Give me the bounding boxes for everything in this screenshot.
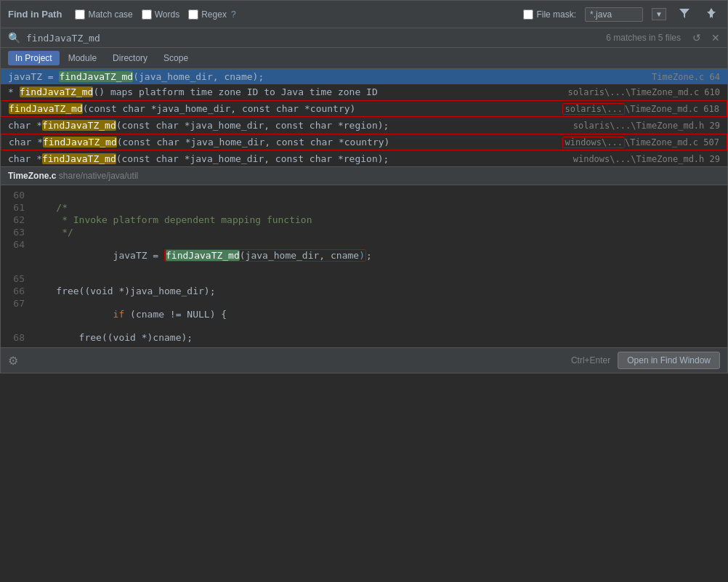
svg-marker-0 bbox=[679, 9, 689, 18]
line-number: 60 bbox=[1, 190, 33, 201]
result-match: findJavaTZ_md bbox=[42, 153, 116, 164]
search-icon: 🔍 bbox=[8, 32, 20, 44]
file-mask-input[interactable] bbox=[585, 7, 643, 22]
words-group[interactable]: Words bbox=[142, 9, 179, 20]
result-prefix: * bbox=[8, 86, 20, 97]
line-number: 67 bbox=[1, 298, 33, 309]
code-token: ) bbox=[359, 250, 365, 261]
line-content: */ bbox=[33, 227, 727, 238]
code-token: javaTZ = bbox=[90, 250, 164, 261]
match-case-group[interactable]: Match case bbox=[75, 9, 132, 20]
code-token: if bbox=[113, 309, 125, 320]
code-line: 65 bbox=[1, 272, 727, 285]
code-line-64: 64 javaTZ = findJavaTZ_md(java_home_dir,… bbox=[1, 238, 727, 272]
code-token: (cname != NULL) { bbox=[124, 309, 227, 320]
result-suffix: () maps platform time zone ID to Java ti… bbox=[93, 86, 377, 97]
tab-in-project[interactable]: In Project bbox=[8, 51, 60, 65]
file-mask-group[interactable]: File mask: bbox=[523, 9, 576, 20]
match-case-label: Match case bbox=[88, 9, 132, 20]
table-row[interactable]: javaTZ = findJavaTZ_md(java_home_dir, cn… bbox=[1, 69, 727, 84]
code-token bbox=[90, 309, 113, 320]
result-match: findJavaTZ_md bbox=[59, 71, 133, 82]
table-row[interactable]: findJavaTZ_md(const char *java_home_dir,… bbox=[1, 100, 727, 117]
result-content: javaTZ = findJavaTZ_md(java_home_dir, cn… bbox=[8, 71, 637, 82]
words-checkbox[interactable] bbox=[142, 9, 152, 20]
line-number: 65 bbox=[1, 273, 33, 284]
tab-scope[interactable]: Scope bbox=[156, 51, 195, 65]
result-content: * findJavaTZ_md() maps platform time zon… bbox=[8, 86, 553, 97]
settings-icon[interactable]: ⚙ bbox=[8, 354, 18, 368]
code-line: 67 if (cname != NULL) { bbox=[1, 297, 727, 331]
result-file: windows\...\TimeZone_md.h 29 bbox=[559, 154, 720, 164]
result-prefix: char * bbox=[9, 137, 43, 147]
code-token: (java_home_dir, cname bbox=[240, 250, 359, 261]
result-match: findJavaTZ_md bbox=[42, 120, 116, 131]
result-match: findJavaTZ_md bbox=[9, 103, 83, 114]
code-line: 63 */ bbox=[1, 226, 727, 238]
search-input[interactable] bbox=[26, 33, 600, 44]
table-row[interactable]: char *findJavaTZ_md(const char *java_hom… bbox=[1, 151, 727, 166]
result-match: findJavaTZ_md bbox=[20, 86, 94, 97]
file-mask-label: File mask: bbox=[536, 9, 576, 20]
header-bar: Find in Path Match case Words Regex ? Fi… bbox=[1, 1, 727, 28]
result-suffix: (const char *java_home_dir, const char *… bbox=[116, 153, 389, 164]
close-search-icon[interactable]: ✕ bbox=[711, 32, 720, 44]
result-suffix: (const char *java_home_dir, const char *… bbox=[116, 120, 389, 131]
result-file: solaris\...\TimeZone_md.c 610 bbox=[553, 87, 720, 97]
result-suffix: (java_home_dir, cname); bbox=[133, 71, 264, 82]
code-preview: TimeZone.c share/native/java/util 60 61 … bbox=[1, 166, 727, 347]
regex-checkbox[interactable] bbox=[188, 9, 198, 20]
result-match: findJavaTZ_md bbox=[43, 137, 117, 147]
table-row[interactable]: char *findJavaTZ_md(const char *java_hom… bbox=[1, 134, 727, 150]
result-content: char *findJavaTZ_md(const char *java_hom… bbox=[8, 153, 559, 164]
file-mask-checkbox[interactable] bbox=[523, 9, 533, 20]
regex-group[interactable]: Regex ? bbox=[188, 9, 235, 20]
result-prefix: javaTZ = bbox=[8, 71, 59, 82]
code-file-header: TimeZone.c share/native/java/util bbox=[1, 167, 727, 185]
code-match-outline: findJavaTZ_md(java_home_dir, cname) bbox=[164, 249, 366, 262]
line-content: javaTZ = findJavaTZ_md(java_home_dir, cn… bbox=[33, 239, 727, 272]
results-area: javaTZ = findJavaTZ_md(java_home_dir, cn… bbox=[1, 69, 727, 166]
line-content: free((void *)cname); bbox=[33, 332, 727, 343]
result-content: char *findJavaTZ_md(const char *java_hom… bbox=[9, 137, 548, 147]
result-content: findJavaTZ_md(const char *java_home_dir,… bbox=[9, 103, 548, 114]
line-content: free((void *)java_home_dir); bbox=[33, 286, 727, 296]
line-content: /* bbox=[33, 202, 727, 213]
table-row[interactable]: char *findJavaTZ_md(const char *java_hom… bbox=[1, 118, 727, 133]
match-count: 6 matches in 5 files bbox=[606, 33, 681, 43]
line-content: * Invoke platform dependent mapping func… bbox=[33, 214, 727, 225]
preview-file-path: share/native/java/util bbox=[59, 171, 138, 181]
line-number: 63 bbox=[1, 227, 33, 238]
code-line: 60 bbox=[1, 189, 727, 201]
scope-tabs: In Project Module Directory Scope bbox=[1, 48, 727, 69]
line-number: 61 bbox=[1, 202, 33, 213]
match-case-checkbox[interactable] bbox=[75, 9, 85, 20]
result-content: char *findJavaTZ_md(const char *java_hom… bbox=[8, 120, 559, 131]
code-line: 68 free((void *)cname); bbox=[1, 331, 727, 344]
pin-icon[interactable] bbox=[703, 6, 720, 23]
line-number: 68 bbox=[1, 332, 33, 343]
line-content: if (cname != NULL) { bbox=[33, 298, 727, 331]
code-line: 66 free((void *)java_home_dir); bbox=[1, 285, 727, 297]
code-area: 60 61 /* 62 * Invoke platform dependent … bbox=[1, 185, 727, 347]
table-row[interactable]: * findJavaTZ_md() maps platform time zon… bbox=[1, 84, 727, 100]
footer-shortcut: Ctrl+Enter bbox=[571, 355, 610, 365]
tab-directory[interactable]: Directory bbox=[105, 51, 155, 65]
result-file: solaris\...\TimeZone_md.c 618 bbox=[548, 104, 719, 114]
search-row: 🔍 6 matches in 5 files ↺ ✕ bbox=[1, 28, 727, 48]
result-prefix: char * bbox=[8, 153, 42, 164]
find-in-path-dialog: Find in Path Match case Words Regex ? Fi… bbox=[0, 0, 728, 373]
tab-module[interactable]: Module bbox=[61, 51, 104, 65]
code-token: ; bbox=[366, 250, 372, 261]
file-mask-dropdown[interactable]: ▼ bbox=[652, 8, 666, 20]
line-number: 66 bbox=[1, 286, 33, 296]
result-file: TimeZone.c 64 bbox=[637, 72, 720, 82]
open-find-window-button[interactable]: Open in Find Window bbox=[618, 352, 720, 369]
dialog-title: Find in Path bbox=[8, 9, 62, 20]
line-number: 62 bbox=[1, 214, 33, 225]
preview-file-name: TimeZone.c bbox=[8, 171, 56, 181]
refresh-icon[interactable]: ↺ bbox=[692, 32, 701, 44]
filter-icon[interactable] bbox=[675, 5, 694, 23]
regex-label: Regex bbox=[201, 9, 227, 20]
code-match-highlight: findJavaTZ_md bbox=[166, 250, 240, 261]
